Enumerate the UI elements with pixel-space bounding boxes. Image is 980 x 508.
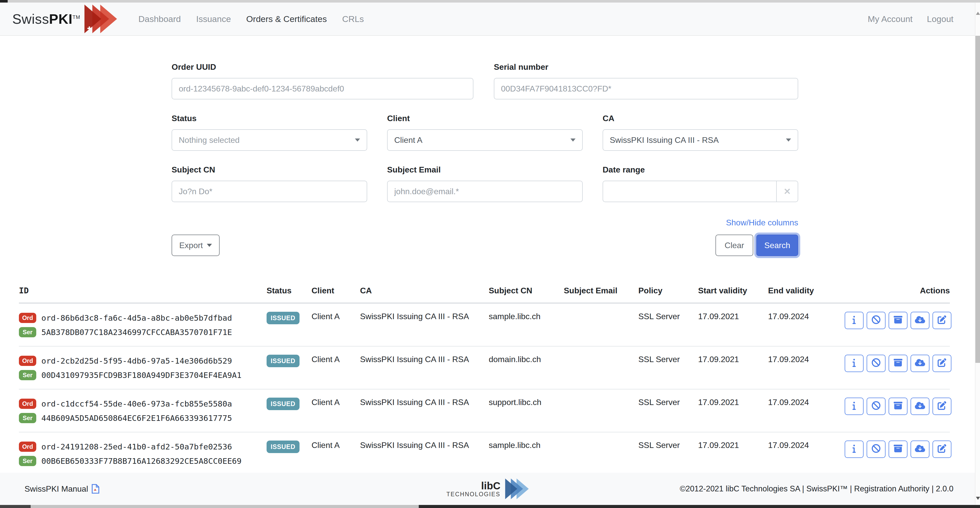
- table-row: Ordord-c1dccf54-55de-40e6-973a-fcb855e55…: [19, 389, 950, 432]
- ban-icon: [872, 315, 880, 326]
- client-cell: Client A: [312, 432, 360, 475]
- serial-badge: Ser: [19, 370, 36, 380]
- export-button-label: Export: [179, 241, 203, 250]
- header-subject-cn: Subject CN: [489, 286, 564, 303]
- info-button[interactable]: [845, 398, 864, 415]
- download-button[interactable]: [910, 355, 929, 372]
- horizontal-scrollbar-thumb[interactable]: [31, 505, 419, 508]
- client-select[interactable]: Client A: [387, 129, 583, 151]
- libc-arrows-icon: [505, 478, 534, 500]
- subject-cn-cell: sample.libc.ch: [489, 303, 564, 346]
- nav-right: My Account Logout: [868, 14, 953, 24]
- nav-item-dashboard[interactable]: Dashboard: [138, 14, 181, 24]
- info-button[interactable]: [845, 355, 864, 372]
- nav-item-orders-certificates[interactable]: Orders & Certificates: [246, 14, 327, 24]
- subject-cn-cell: domain.libc.ch: [489, 346, 564, 389]
- export-button[interactable]: Export: [172, 235, 220, 256]
- subject-email-label: Subject Email: [387, 165, 583, 174]
- end-validity-cell: 17.09.2024: [768, 346, 845, 389]
- show-hide-columns-link[interactable]: Show/Hide columns: [726, 218, 798, 227]
- subject-cn-cell: sample.libc.ch: [489, 432, 564, 475]
- clear-button[interactable]: Clear: [716, 235, 753, 256]
- client-cell: Client A: [312, 346, 360, 389]
- swisspki-arrows-icon: [84, 5, 124, 33]
- page-footer: SwissPKI Manual libC TECHNOLOGIES ©2012-…: [0, 473, 980, 505]
- policy-cell: SSL Server: [638, 389, 698, 432]
- header-status: Status: [267, 286, 312, 303]
- edit-button[interactable]: [932, 441, 951, 458]
- date-range-clear-button[interactable]: ✕: [776, 181, 798, 202]
- libc-logo-subtext: TECHNOLOGIES: [446, 491, 501, 497]
- id-cell: Ordord-2cb2d25d-5f95-4db6-97a5-14e306d6b…: [19, 346, 267, 389]
- edit-button[interactable]: [932, 312, 951, 329]
- client-cell: Client A: [312, 389, 360, 432]
- order-badge: Ord: [19, 313, 36, 323]
- ban-icon: [872, 358, 880, 369]
- archive-button[interactable]: [889, 398, 907, 415]
- vertical-scrollbar[interactable]: [975, 3, 980, 505]
- nav-item-issuance[interactable]: Issuance: [196, 14, 231, 24]
- swisspki-manual-link[interactable]: SwissPKI Manual: [24, 484, 99, 494]
- main-content: Order UUID Serial number Status Nothing …: [0, 36, 980, 508]
- download-button[interactable]: [910, 398, 929, 415]
- info-button[interactable]: [845, 312, 864, 329]
- serial-badge: Ser: [19, 413, 36, 423]
- archive-button[interactable]: [889, 312, 907, 329]
- ca-select-value: SwissPKI Issuing CA III - RSA: [610, 136, 719, 145]
- brand-logo[interactable]: SwissPKITM: [12, 5, 124, 33]
- subject-email-cell: [564, 346, 638, 389]
- nav-item-crls[interactable]: CRLs: [342, 14, 364, 24]
- archive-icon: [894, 401, 902, 412]
- header-actions: Actions: [845, 286, 950, 303]
- libc-technologies-logo: libC TECHNOLOGIES: [446, 478, 534, 500]
- status-select[interactable]: Nothing selected: [172, 129, 367, 151]
- chevron-down-icon: [786, 139, 791, 142]
- edit-button[interactable]: [932, 398, 951, 415]
- navbar: SwissPKITM Dashboard Issuance Orders & C…: [0, 3, 980, 36]
- search-button[interactable]: Search: [756, 235, 798, 256]
- serial-number-input[interactable]: [494, 78, 798, 99]
- revoke-button[interactable]: [867, 312, 886, 329]
- header-end-validity: End validity: [768, 286, 845, 303]
- nav-item-logout[interactable]: Logout: [927, 14, 953, 24]
- date-range-input[interactable]: [603, 181, 776, 202]
- subject-email-input[interactable]: [387, 181, 583, 202]
- order-id: ord-24191208-25ed-41b0-afd2-50a7bfe02536: [41, 442, 232, 451]
- info-button[interactable]: [845, 441, 864, 458]
- start-validity-cell: 17.09.2021: [698, 303, 768, 346]
- header-start-validity: Start validity: [698, 286, 768, 303]
- archive-button[interactable]: [889, 441, 907, 458]
- info-icon: [852, 444, 856, 455]
- copyright-text: ©2012-2021 libC Technologies SA | SwissP…: [680, 484, 953, 494]
- status-select-value: Nothing selected: [179, 136, 240, 145]
- status-label: Status: [172, 114, 367, 123]
- download-button[interactable]: [910, 441, 929, 458]
- chevron-down-icon: [207, 244, 212, 247]
- horizontal-scrollbar[interactable]: [0, 505, 980, 508]
- vertical-scrollbar-thumb[interactable]: [975, 36, 980, 363]
- revoke-button[interactable]: [867, 441, 886, 458]
- ca-cell: SwissPKI Issuing CA III - RSA: [360, 432, 489, 475]
- info-icon: [852, 401, 856, 412]
- subject-cn-input[interactable]: [172, 181, 367, 202]
- scroll-up-arrow-icon[interactable]: [976, 12, 980, 15]
- nav-item-my-account[interactable]: My Account: [868, 14, 913, 24]
- revoke-button[interactable]: [867, 398, 886, 415]
- serial-number: 44B609A5D5AD650864EC6F2E1F6A663393617775: [41, 414, 232, 423]
- search-filters-form: Order UUID Serial number Status Nothing …: [172, 62, 798, 256]
- ca-select[interactable]: SwissPKI Issuing CA III - RSA: [603, 129, 798, 151]
- order-badge: Ord: [19, 356, 36, 366]
- archive-button[interactable]: [889, 355, 907, 372]
- order-uuid-input[interactable]: [172, 78, 473, 99]
- edit-button[interactable]: [932, 355, 951, 372]
- download-button[interactable]: [910, 312, 929, 329]
- id-cell: Ordord-24191208-25ed-41b0-afd2-50a7bfe02…: [19, 432, 267, 475]
- results-table: ID Status Client CA Subject CN Subject E…: [19, 286, 950, 475]
- revoke-button[interactable]: [867, 355, 886, 372]
- serial-number: 00D431097935FCD9B3F180A949DF3E3704EF4EA9…: [41, 371, 242, 380]
- scroll-down-arrow-icon[interactable]: [976, 497, 980, 500]
- header-subject-email: Subject Email: [564, 286, 638, 303]
- start-validity-cell: 17.09.2021: [698, 389, 768, 432]
- client-select-value: Client A: [394, 136, 422, 145]
- serial-badge: Ser: [19, 327, 36, 337]
